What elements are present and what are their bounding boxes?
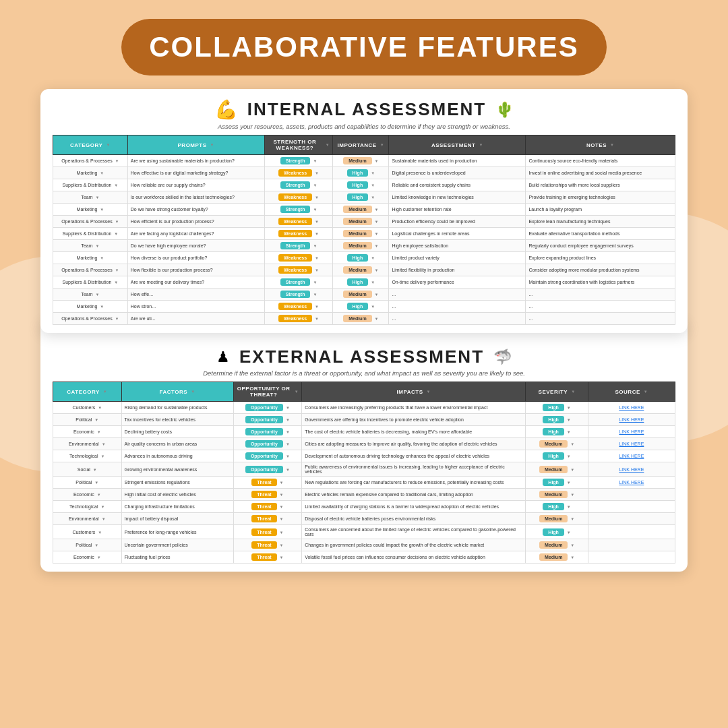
cell-sw: Strength ▼ — [264, 289, 333, 301]
cell-sw: Strength ▼ — [264, 240, 333, 252]
internal-table: CATEGORY ▼ PROMPTS ▼ STRENGTH OR WEAKNES… — [53, 135, 675, 325]
page-title: COLLABORATIVE FEATURES — [148, 31, 580, 63]
table-row: Team ▼ Is our workforce skilled in the l… — [53, 191, 675, 204]
cell-ext-category: Economic ▼ — [53, 426, 122, 438]
source-link[interactable]: LINK HERE — [619, 417, 644, 422]
cell-prompt: Is our workforce skilled in the latest t… — [127, 191, 264, 204]
cell-severity: Medium ▼ — [526, 462, 588, 477]
th-ext-category: CATEGORY ▼ — [53, 382, 122, 402]
source-link[interactable]: LINK HERE — [619, 454, 644, 458]
table-row: Customers ▼ Preference for long-range ve… — [53, 525, 675, 539]
external-assessment-card: ♟ EXTERNAL ASSESSMENT 🦈 Determine if the… — [40, 320, 688, 572]
table-row: Suppliers & Distribution ▼ Are we facing… — [53, 228, 675, 240]
source-link[interactable]: LINK HERE — [619, 442, 644, 446]
cell-notes: Explore expanding product lines — [526, 252, 675, 264]
cell-importance: Medium ▼ — [333, 264, 389, 276]
cell-prompt: How diverse is our product portfolio? — [127, 252, 264, 264]
cell-source: LINK HERE — [588, 462, 675, 477]
cell-type: Opportunity ▼ — [233, 462, 302, 477]
table-row: Political ▼ Uncertain government policie… — [53, 539, 675, 551]
cell-type: Threat ▼ — [233, 501, 302, 513]
cell-impact: Development of autonomous driving techno… — [302, 450, 526, 462]
cell-notes: ... — [526, 289, 675, 301]
cell-source: LINK HERE — [588, 426, 675, 438]
cell-sw: Strength ▼ — [264, 155, 333, 167]
th-importance: IMPORTANCE ▼ — [333, 135, 389, 155]
th-severity: SEVERITY ▼ — [526, 382, 588, 402]
cell-category: Suppliers & Distribution ▼ — [53, 276, 128, 289]
cell-assessment: High employee satisfaction — [389, 240, 526, 252]
cell-source — [588, 489, 675, 501]
cell-importance: High ▼ — [333, 191, 389, 204]
table-row: Economic ▼ Declining battery costs Oppor… — [53, 426, 675, 438]
cell-severity: High ▼ — [526, 426, 588, 438]
source-link[interactable]: LINK HERE — [619, 429, 644, 434]
cell-notes: Invest in online advertising and social … — [526, 167, 675, 179]
cell-impact: Volatile fossil fuel prices can influenc… — [302, 551, 526, 564]
cell-source: LINK HERE — [588, 402, 675, 414]
cell-prompt: How effe... — [127, 289, 264, 301]
cell-category: Operations & Processes ▼ — [53, 216, 128, 228]
cell-importance: High ▼ — [333, 276, 389, 289]
cell-sw: Weakness ▼ — [264, 264, 333, 276]
table-row: Marketing ▼ Do we have strong customer l… — [53, 204, 675, 216]
cell-factor: Uncertain government policies — [121, 539, 233, 551]
table-row: Economic ▼ Fluctuating fuel prices Threa… — [53, 551, 675, 564]
cell-severity: Medium ▼ — [526, 438, 588, 450]
cell-prompt: Do we have high employee morale? — [127, 240, 264, 252]
cell-impact: Public awareness of environmental issues… — [302, 462, 526, 477]
external-header: ♟ EXTERNAL ASSESSMENT 🦈 — [53, 346, 675, 367]
cell-severity: High ▼ — [526, 450, 588, 462]
cell-assessment: Production efficiency could be improved — [389, 216, 526, 228]
cell-prompt: How efficient is our production process? — [127, 216, 264, 228]
cell-type: Opportunity ▼ — [233, 438, 302, 450]
cell-notes: Consider adopting more modular productio… — [526, 264, 675, 276]
source-link[interactable]: LINK HERE — [619, 467, 644, 472]
cell-severity: High ▼ — [526, 414, 588, 426]
cell-importance: Medium ▼ — [333, 240, 389, 252]
cards-container: 💪 INTERNAL ASSESSMENT 🌵 Assess your reso… — [0, 89, 728, 572]
cell-notes: Maintain strong coordination with logist… — [526, 276, 675, 289]
table-row: Operations & Processes ▼ How flexible is… — [53, 264, 675, 276]
cell-source: LINK HERE — [588, 438, 675, 450]
cell-type: Threat ▼ — [233, 539, 302, 551]
cell-ext-category: Social ▼ — [53, 462, 122, 477]
cell-importance: High ▼ — [333, 179, 389, 191]
source-link[interactable]: LINK HERE — [619, 480, 644, 485]
cell-factor: Fluctuating fuel prices — [121, 551, 233, 564]
cell-source — [588, 525, 675, 539]
cell-category: Team ▼ — [53, 289, 128, 301]
cell-ext-category: Political ▼ — [53, 539, 122, 551]
cell-factor: Charging infrastructure limitations — [121, 501, 233, 513]
cell-sw: Strength ▼ — [264, 276, 333, 289]
cell-notes: ... — [526, 313, 675, 325]
cell-importance: Medium ▼ — [333, 228, 389, 240]
cell-prompt: Are we facing any logistical challenges? — [127, 228, 264, 240]
header-pill: COLLABORATIVE FEATURES — [121, 19, 607, 75]
cell-sw: Weakness ▼ — [264, 301, 333, 313]
cell-type: Threat ▼ — [233, 489, 302, 501]
muscle-icon: 💪 — [214, 98, 238, 121]
cell-impact: Changes in government policies could imp… — [302, 539, 526, 551]
th-assessment: ASSESSTMENT ▼ — [389, 135, 526, 155]
chess-icon: ♟ — [216, 348, 230, 366]
cell-severity: Medium ▼ — [526, 539, 588, 551]
cell-category: Operations & Processes ▼ — [53, 313, 128, 325]
cell-category: Suppliers & Distribution ▼ — [53, 228, 128, 240]
cell-category: Marketing ▼ — [53, 252, 128, 264]
cell-prompt: Are we meeting our delivery times? — [127, 276, 264, 289]
cell-notes: Evaluate alternative transportation meth… — [526, 228, 675, 240]
cell-importance: Medium ▼ — [333, 204, 389, 216]
cell-ext-category: Customers ▼ — [53, 402, 122, 414]
cell-notes: Build relationships with more local supp… — [526, 179, 675, 191]
table-row: Marketing ▼ How effective is our digital… — [53, 167, 675, 179]
cell-type: Opportunity ▼ — [233, 426, 302, 438]
cell-severity: Medium ▼ — [526, 551, 588, 564]
cell-sw: Strength ▼ — [264, 204, 333, 216]
internal-assessment-card: 💪 INTERNAL ASSESSMENT 🌵 Assess your reso… — [40, 89, 688, 333]
table-row: Political ▼ Stringent emissions regulati… — [53, 477, 675, 489]
source-link[interactable]: LINK HERE — [619, 405, 644, 410]
cell-type: Threat ▼ — [233, 477, 302, 489]
table-row: Technological ▼ Charging infrastructure … — [53, 501, 675, 513]
cell-type: Threat ▼ — [233, 513, 302, 525]
